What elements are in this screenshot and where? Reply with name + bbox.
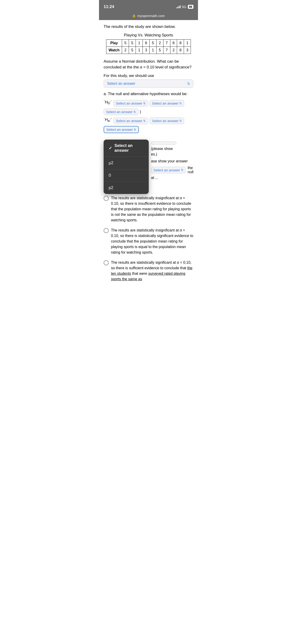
table-title: Playing Vs. Watching Sports: [104, 33, 194, 38]
main-content: The results of the study are shown below…: [99, 20, 198, 140]
dropdown-item-select-answer[interactable]: ✓ Select an answer: [104, 140, 149, 157]
ha-select-1-label: Select an answer: [116, 119, 142, 123]
watch-cell-3: 1: [136, 46, 142, 54]
watch-cell-6: 5: [156, 46, 163, 54]
partial-select-row: Select an answer ⇅ the null: [151, 166, 194, 174]
watch-cell-10: 3: [184, 46, 191, 54]
question-text: Assume a Normal distribution. What can b…: [104, 58, 194, 70]
chevron-icon-ha-1: ⇅: [143, 119, 146, 122]
play-cell-8: 6: [170, 40, 177, 46]
radio-section: The results are statistically insignific…: [99, 195, 198, 291]
dropdown-item-1-label: μ2: [109, 160, 113, 166]
partial-inline-select[interactable]: Select an answer ⇅: [151, 167, 186, 174]
h0-select-1[interactable]: Select an answer ⇅: [113, 100, 148, 107]
lock-icon: 🔒: [132, 14, 136, 18]
radio-option-1[interactable]: The results are statistically insignific…: [104, 195, 194, 223]
network-type: 5G: [182, 5, 186, 9]
partial-text-4: at ...: [151, 175, 194, 180]
dropdown-item-mu2[interactable]: μ2: [104, 157, 149, 169]
dropdown-item-0-label: Select an answer: [114, 143, 144, 153]
play-cell-10: 1: [184, 40, 191, 46]
watch-cell-5: 1: [150, 46, 156, 54]
radio-option-3-text: The results are statistically significan…: [111, 260, 194, 282]
ha-select-3-label: Select an answer: [106, 128, 133, 132]
partial-text-2: es.): [151, 152, 194, 157]
main-select-dropdown[interactable]: Select an answer ⇅: [104, 80, 194, 88]
dropdown-area: ✓ Select an answer μ2 0 p2 (please show …: [99, 140, 198, 194]
play-cell-9: 8: [177, 40, 184, 46]
checkmark-icon: ✓: [109, 146, 112, 151]
dropdown-item-2-label: 0: [109, 173, 111, 178]
radio-circle-1[interactable]: [104, 196, 109, 201]
chevron-partial-icon: ⇅: [181, 168, 183, 172]
dropdown-item-3-label: p2: [109, 186, 113, 190]
partial-text-3: ase show your answer: [151, 158, 194, 164]
h0-select-3[interactable]: Select an answer ⇅: [104, 108, 138, 115]
study-label: For this study, we should use: [104, 74, 194, 78]
h0-row-2: Select an answer ⇅ ): [104, 108, 194, 115]
ha-label: `Ha:`: [104, 118, 112, 122]
partial-text-1: (please show: [151, 146, 194, 152]
partial-null-text: the null: [188, 166, 194, 174]
dropdown-item-0[interactable]: 0: [104, 169, 149, 182]
battery-indicator: 96: [188, 5, 194, 9]
chevron-down-icon: ⇅: [187, 82, 190, 86]
radio-circle-3[interactable]: [104, 260, 109, 265]
watch-cell-9: 8: [177, 46, 184, 54]
paren-close: ): [140, 110, 141, 114]
chevron-icon-h0-2: ⇅: [179, 102, 182, 105]
radio-option-3[interactable]: The results are statistically significan…: [104, 260, 194, 282]
ha-select-2-label: Select an answer: [152, 119, 178, 123]
radio-option-2-text: The results are statistically insignific…: [111, 228, 194, 255]
h0-row: `H0:` Select an answer ⇅ Select an answe…: [104, 100, 194, 107]
radio-option-2[interactable]: The results are statistically insignific…: [104, 228, 194, 255]
watch-cell-8: 2: [170, 46, 177, 54]
chevron-icon-h0-3: ⇅: [134, 110, 136, 114]
watch-cell-2: 5: [129, 46, 136, 54]
h0-select-2[interactable]: Select an answer ⇅: [150, 100, 184, 107]
ha-row-2: Select an answer ⇅: [104, 126, 194, 133]
play-cell-5: 5: [150, 40, 156, 46]
play-cell-4: 6: [142, 40, 150, 46]
dropdown-item-p2[interactable]: p2: [104, 182, 149, 194]
status-time: 11:24: [104, 4, 114, 9]
watch-cell-7: 7: [163, 46, 170, 54]
chevron-icon-ha-3: ⇅: [134, 128, 136, 131]
radio-option-1-text: The results are statistically insignific…: [111, 195, 194, 223]
h0-label: `H0:`: [104, 100, 112, 105]
url-text: myopenmath.com: [137, 14, 164, 18]
h0-select-3-label: Select an answer: [106, 110, 132, 114]
play-cell-2: 5: [129, 40, 136, 46]
h0-select-1-label: Select an answer: [116, 101, 142, 105]
radio-circle-2[interactable]: [104, 228, 109, 233]
h0-select-2-label: Select an answer: [152, 101, 178, 105]
status-bar: 11:24 5G 96: [99, 0, 198, 12]
play-cell-6: 2: [156, 40, 163, 46]
watch-cell-1: 2: [122, 46, 129, 54]
play-cell-3: 1: [136, 40, 142, 46]
ha-select-1[interactable]: Select an answer ⇅: [113, 118, 148, 124]
chevron-icon-ha-2: ⇅: [179, 119, 182, 122]
status-right: 5G 96: [176, 5, 194, 9]
chevron-icon-h0-1: ⇅: [143, 102, 146, 105]
table-header-play: Play: [106, 40, 122, 46]
watch-cell-4: 3: [142, 46, 150, 54]
ha-row: `Ha:` Select an answer ⇅ Select an answe…: [104, 118, 194, 124]
play-cell-7: 7: [163, 40, 170, 46]
url-bar: 🔒 myopenmath.com: [99, 12, 198, 20]
main-select-label: Select an answer: [107, 82, 136, 86]
ha-select-3-active[interactable]: Select an answer ⇅: [104, 126, 139, 133]
data-table: Play 5 5 1 6 5 2 7 6 8 1 Watch 2 5 1 3 1…: [106, 40, 191, 54]
signal-icon: [176, 5, 180, 8]
partial-right-content: (please show es.) ase show your answer S…: [151, 140, 194, 180]
hypotheses-title: a. The null and alternative hypotheses w…: [104, 91, 194, 97]
table-header-watch: Watch: [106, 46, 122, 54]
intro-text: The results of the study are shown below…: [104, 24, 194, 30]
ha-select-2[interactable]: Select an answer ⇅: [150, 118, 184, 124]
play-cell-1: 5: [122, 40, 129, 46]
dropdown-menu[interactable]: ✓ Select an answer μ2 0 p2: [104, 140, 149, 194]
